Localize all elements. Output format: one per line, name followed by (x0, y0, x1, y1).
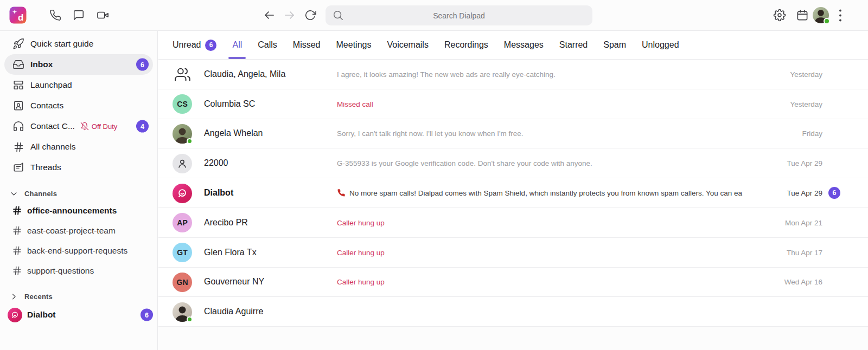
tab-meetings[interactable]: Meetings (336, 31, 372, 59)
user-avatar[interactable] (813, 7, 829, 23)
sidebar-item-label: Contacts (30, 101, 63, 111)
threads-icon (12, 161, 25, 173)
dialpad-logo-icon: d (10, 7, 27, 24)
sidebar: Quick start guide Inbox 6 Launchpad Cont… (0, 31, 158, 350)
conversation-row-dialbot[interactable]: Dialbot No more spam calls! Dialpad come… (158, 178, 868, 208)
sidebar-item-label: All channels (30, 142, 76, 152)
contacts-icon (12, 100, 25, 112)
conversation-row[interactable]: Claudia, Angela, Mila I agree, it looks … (158, 60, 868, 89)
conversation-row[interactable]: GT Glen Flora Tx Caller hung up Thu Apr … (158, 238, 868, 268)
tab-messages[interactable]: Messages (504, 31, 544, 59)
dialbot-logo-avatar (173, 184, 192, 203)
sidebar-item-launchpad[interactable]: Launchpad (4, 75, 153, 95)
conversation-date: Mon Apr 21 (785, 218, 822, 226)
channel-east-coast-project-team[interactable]: east-coast-project-team (0, 221, 157, 241)
conversation-name: Claudia Aguirre (204, 307, 263, 316)
tab-unread[interactable]: Unread 6 (173, 31, 216, 59)
sidebar-item-dialbot[interactable]: Dialbot 6 (0, 304, 157, 325)
inbox-tabs: Unread 6 All Calls Missed Meetings Voice… (158, 31, 868, 60)
refresh-button[interactable] (304, 9, 316, 21)
conversation-name: Arecibo PR (204, 218, 248, 228)
tab-unlogged[interactable]: Unlogged (642, 31, 679, 59)
sidebar-item-inbox[interactable]: Inbox 6 (4, 54, 153, 75)
chevron-right-icon (10, 293, 18, 301)
conversation-date: Tue Apr 29 (787, 159, 822, 167)
sidebar-item-label: Dialbot (27, 310, 56, 320)
search-bar[interactable] (326, 5, 592, 25)
initials-avatar: AP (173, 213, 192, 232)
conversation-date: Yesterday (790, 70, 822, 78)
back-button[interactable] (263, 9, 276, 22)
conversation-snippet: Caller hung up (337, 218, 751, 226)
recents-header-label: Recents (24, 293, 53, 301)
sidebar-item-all-channels[interactable]: All channels (4, 137, 153, 157)
initials-avatar: CS (173, 94, 192, 114)
dialbot-unread-badge: 6 (141, 309, 153, 321)
tab-recordings[interactable]: Recordings (444, 31, 488, 59)
photo-avatar (173, 124, 192, 144)
rocket-icon (12, 38, 25, 50)
conversation-date: Yesterday (790, 100, 822, 108)
channel-support-questions[interactable]: support-questions (0, 261, 157, 281)
hash-icon (11, 265, 23, 276)
channel-office-announcements[interactable]: office-announcements (0, 200, 157, 221)
conversation-unread-badge: 6 (828, 187, 840, 199)
person-icon (176, 158, 188, 170)
sidebar-item-label: Launchpad (30, 80, 72, 90)
topbar: d (0, 0, 868, 31)
sidebar-item-contact-center[interactable]: Contact C... Off Duty 4 (4, 116, 153, 137)
conversation-row[interactable]: Angela Whelan Sorry, I can't talk right … (158, 119, 868, 149)
tab-voicemails[interactable]: Voicemails (387, 31, 428, 59)
presence-indicator (187, 138, 193, 144)
channels-header-label: Channels (24, 190, 57, 198)
video-icon[interactable] (97, 9, 110, 21)
conversation-date: Friday (802, 129, 822, 138)
conversation-row[interactable]: CS Columbia SC Missed call Yesterday (158, 89, 868, 119)
recents-section-header[interactable]: Recents (0, 289, 157, 303)
conversation-name: Gouverneur NY (204, 277, 264, 287)
channel-back-end-support-requests[interactable]: back-end-support-requests (0, 241, 157, 261)
inbox-main: Unread 6 All Calls Missed Meetings Voice… (158, 31, 868, 350)
tab-spam[interactable]: Spam (603, 31, 626, 59)
kebab-menu-icon[interactable] (839, 8, 841, 23)
channel-label: back-end-support-requests (27, 246, 127, 256)
conversation-snippet: No more spam calls! Dialpad comes with S… (337, 189, 751, 197)
conversation-name: Glen Flora Tx (204, 248, 257, 257)
conversation-snippet: Sorry, I can't talk right now. I'll let … (337, 129, 751, 138)
tab-missed[interactable]: Missed (293, 31, 321, 59)
conversation-row[interactable]: AP Arecibo PR Caller hung up Mon Apr 21 (158, 208, 868, 238)
sidebar-item-quick-start-guide[interactable]: Quick start guide (4, 34, 153, 54)
channels-section-header[interactable]: Channels (0, 186, 157, 200)
dialpad-logo[interactable]: d (10, 7, 27, 24)
tab-all[interactable]: All (232, 31, 242, 59)
inbox-icon (12, 59, 25, 70)
channel-label: east-coast-project-team (27, 226, 116, 236)
hash-icon (11, 205, 23, 216)
conversation-row[interactable]: Claudia Aguirre (158, 297, 868, 327)
sparkle-icon (12, 9, 18, 15)
phone-icon[interactable] (49, 9, 61, 21)
tab-starred[interactable]: Starred (559, 31, 588, 59)
search-input[interactable] (326, 5, 592, 25)
chat-icon[interactable] (73, 9, 85, 21)
photo-avatar (173, 302, 192, 322)
off-duty-status[interactable]: Off Duty (80, 122, 117, 131)
conversation-row[interactable]: 22000 G-355933 is your Google verificati… (158, 148, 868, 178)
tab-calls[interactable]: Calls (258, 31, 277, 59)
dialbot-logo-icon (8, 308, 22, 322)
sidebar-item-contacts[interactable]: Contacts (4, 95, 153, 116)
conversation-snippet: Missed call (337, 100, 751, 108)
off-duty-label: Off Duty (92, 122, 117, 131)
red-phone-icon (337, 189, 346, 197)
conversation-date: Tue Apr 29 (787, 189, 822, 197)
hash-icon (11, 225, 23, 236)
sidebar-item-label: Quick start guide (30, 39, 93, 49)
contact-center-badge: 4 (136, 120, 149, 133)
sidebar-item-threads[interactable]: Threads (4, 157, 153, 178)
forward-button[interactable] (283, 9, 296, 22)
conversation-name: Columbia SC (204, 99, 255, 109)
conversation-row[interactable]: GN Gouverneur NY Caller hung up Wed Apr … (158, 268, 868, 297)
gear-icon[interactable] (774, 9, 786, 22)
calendar-icon[interactable] (796, 9, 809, 22)
initials-avatar: GT (173, 243, 192, 262)
